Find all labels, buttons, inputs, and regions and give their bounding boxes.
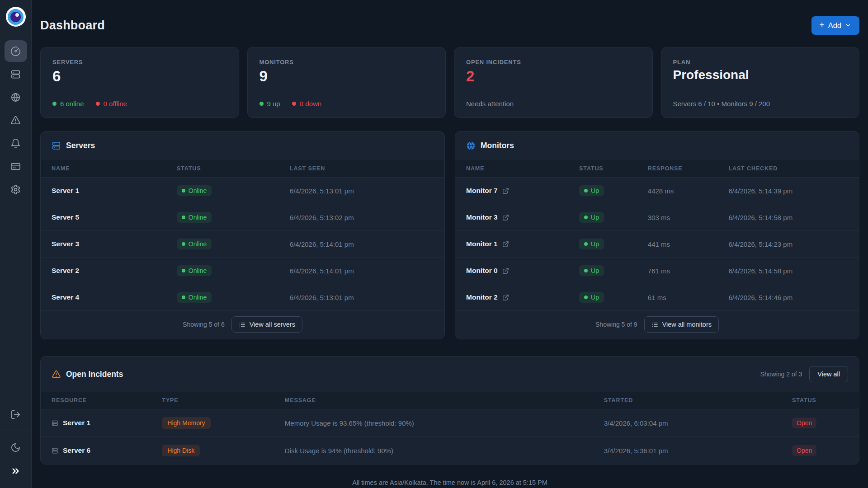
plus-icon: + [820,20,825,30]
incident-row[interactable]: Server 6High DiskDisk Usage is 94% (thre… [41,437,859,465]
logout-button[interactable] [5,404,26,424]
incidents-panel-title: Open Incidents [66,370,123,379]
stat-label: SERVERS [52,59,227,66]
offline-count: 0 offline [96,100,127,108]
sidebar-item-dashboard[interactable] [5,40,27,62]
incident-message: Disk Usage is 94% (threshold: 90%) [274,437,593,465]
monitor-name[interactable]: Monitor 3 [466,213,498,221]
server-name[interactable]: Server 4 [52,293,79,301]
stat-card-servers: SERVERS 6 6 online 0 offline [40,47,239,118]
view-all-incidents-button[interactable]: View all [809,366,848,382]
stat-card-monitors: MONITORS 9 9 up 0 down [247,47,446,118]
table-header-row: NAME STATUS LAST SEEN [41,160,444,178]
add-button[interactable]: + Add [811,16,859,35]
theme-toggle-button[interactable] [5,437,26,457]
table-header-row: RESOURCE TYPE MESSAGE STARTED STATUS [41,392,859,409]
monitor-row[interactable]: Monitor 2Up61 ms6/4/2026, 5:14:46 pm [455,284,859,311]
server-name[interactable]: Server 5 [52,213,79,221]
monitor-row[interactable]: Monitor 3Up303 ms6/4/2026, 5:14:58 pm [455,204,859,231]
sidebar-item-settings[interactable] [5,178,27,200]
response-time: 4428 ms [637,178,718,204]
response-time: 303 ms [637,204,718,231]
server-row[interactable]: Server 5Online6/4/2026, 5:13:02 pm [41,204,444,231]
status-dot-icon [182,269,185,272]
incident-resource[interactable]: Server 6 [63,446,90,455]
view-all-monitors-button[interactable]: View all monitors [644,316,719,333]
timezone-note: All times are Asia/Kolkata. The time now… [40,479,859,486]
servers-panel: Servers NAME STATUS LAST SEEN Server 1On… [40,131,445,339]
server-row[interactable]: Server 3Online6/4/2026, 5:14:01 pm [41,231,444,258]
log-out-icon [10,409,21,420]
column-header: LAST CHECKED [717,160,859,178]
column-header: STATUS [781,392,859,409]
status-dot-icon [584,269,588,272]
table-header-row: NAME STATUS RESPONSE LAST CHECKED [455,160,859,178]
status-badge: Online [177,292,212,303]
red-dot-icon [292,102,296,106]
server-icon [10,69,21,80]
sidebar-item-billing[interactable] [5,155,27,177]
servers-table-body: Server 1Online6/4/2026, 5:13:01 pmServer… [41,178,444,311]
external-link-icon [502,294,509,301]
column-header: STATUS [568,160,637,178]
server-name[interactable]: Server 3 [52,240,79,248]
status-badge: Up [579,239,604,249]
monitor-name[interactable]: Monitor 0 [466,267,498,275]
external-link-icon [502,241,509,248]
green-dot-icon [52,102,57,106]
page-title: Dashboard [40,19,105,33]
incident-type-badge: High Memory [162,417,210,429]
monitors-table-body: Monitor 7Up4428 ms6/4/2026, 5:14:39 pmMo… [455,178,859,311]
monitor-name[interactable]: Monitor 1 [466,240,498,248]
view-all-servers-button[interactable]: View all servers [231,316,302,333]
server-row[interactable]: Server 4Online6/4/2026, 5:13:01 pm [41,284,444,311]
monitors-panel-title: Monitors [481,141,514,150]
status-badge: Online [177,265,212,276]
status-dot-icon [584,296,588,299]
status-dot-icon [182,216,185,219]
incidents-table-body: Server 1High MemoryMemory Usage is 93.65… [41,409,859,465]
monitor-row[interactable]: Monitor 0Up761 ms6/4/2026, 5:14:58 pm [455,258,859,284]
server-icon [52,141,61,150]
sidebar-item-incidents[interactable] [5,109,27,131]
status-dot-icon [182,296,185,299]
stat-card-incidents: OPEN INCIDENTS 2 Needs attention [454,47,653,118]
stat-value: 6 [52,68,227,85]
incident-resource[interactable]: Server 1 [63,419,90,427]
list-icon [651,321,658,328]
monitor-name[interactable]: Monitor 2 [466,293,498,301]
incident-type-badge: High Disk [162,445,200,456]
sidebar-item-notifications[interactable] [5,132,27,154]
last-checked: 6/4/2026, 5:14:58 pm [717,258,859,284]
red-dot-icon [96,102,100,106]
last-checked: 6/4/2026, 5:14:23 pm [717,231,859,258]
globe-icon [10,92,21,103]
sidebar-item-monitors[interactable] [5,86,27,108]
status-dot-icon [584,242,588,246]
server-name[interactable]: Server 1 [52,187,79,194]
last-seen: 6/4/2026, 5:14:01 pm [279,231,444,258]
incident-row[interactable]: Server 1High MemoryMemory Usage is 93.65… [41,409,859,437]
column-header: NAME [455,160,568,178]
monitor-name[interactable]: Monitor 7 [466,187,498,195]
monitor-row[interactable]: Monitor 1Up441 ms6/4/2026, 5:14:23 pm [455,231,859,258]
column-header: NAME [41,160,166,178]
main-content: Dashboard + Add SERVERS 6 6 online 0 off… [32,0,868,488]
server-icon [52,447,58,454]
sidebar-expand-button[interactable] [5,461,26,481]
response-time: 61 ms [637,284,718,311]
last-seen: 6/4/2026, 5:13:02 pm [279,204,444,231]
status-badge: Up [579,185,604,196]
server-row[interactable]: Server 1Online6/4/2026, 5:13:01 pm [41,178,444,204]
sidebar-item-servers[interactable] [5,63,27,85]
app-logo[interactable] [6,7,26,27]
incidents-panel: Open Incidents Showing 2 of 3 View all R… [40,356,859,465]
stat-label: PLAN [673,59,848,66]
column-header: RESOURCE [41,392,151,409]
server-row[interactable]: Server 2Online6/4/2026, 5:14:01 pm [41,258,444,284]
server-name[interactable]: Server 2 [52,267,79,274]
monitor-row[interactable]: Monitor 7Up4428 ms6/4/2026, 5:14:39 pm [455,178,859,204]
last-seen: 6/4/2026, 5:13:01 pm [279,178,444,204]
sidebar-nav [5,40,27,200]
last-checked: 6/4/2026, 5:14:58 pm [717,204,859,231]
